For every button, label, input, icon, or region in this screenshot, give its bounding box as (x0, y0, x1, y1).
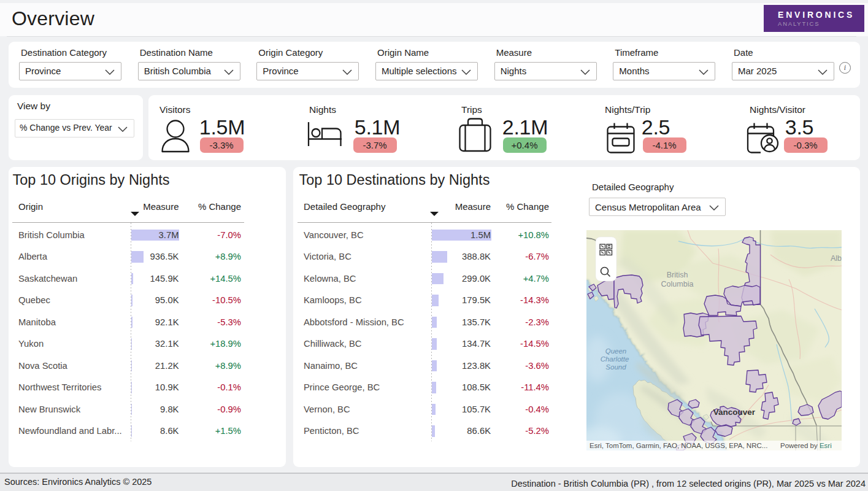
svg-text:Alb: Alb (831, 254, 842, 263)
svg-text:Esri, TomTom, Garmin, FAO, NOA: Esri, TomTom, Garmin, FAO, NOAA, USGS, E… (590, 442, 767, 449)
svg-text:Vancouver: Vancouver (713, 408, 756, 417)
svg-text:Sound: Sound (605, 363, 626, 371)
svg-text:Columbia: Columbia (661, 280, 694, 288)
svg-text:Powered by Esri: Powered by Esri (780, 442, 832, 449)
svg-text:British: British (667, 271, 688, 279)
svg-text:Queen: Queen (605, 347, 627, 355)
svg-text:Charlotte: Charlotte (601, 355, 629, 363)
